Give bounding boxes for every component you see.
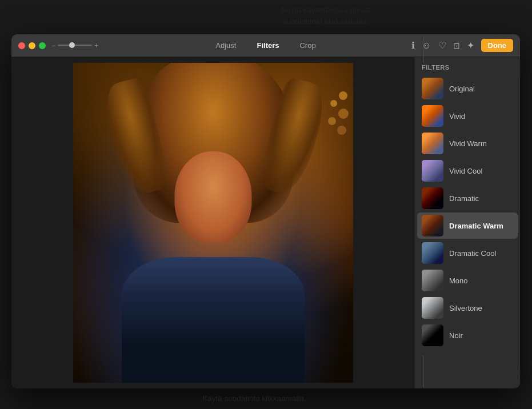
heart-icon[interactable]: ♡ [438,40,446,51]
filter-vivid-warm[interactable]: Vivid Warm [417,130,518,157]
filter-label-vivid: Vivid [449,112,465,121]
filter-label-dramatic-cool: Dramatic Cool [449,249,496,258]
tab-filters[interactable]: Filters [252,39,283,52]
filter-dramatic-warm[interactable]: Dramatic Warm [417,212,518,239]
zoom-track[interactable] [58,45,92,46]
filter-noir[interactable]: Noir [417,322,518,348]
filter-vivid-cool[interactable]: Vivid Cool [417,158,518,184]
close-button[interactable] [18,42,25,49]
emoji-icon[interactable]: ☺ [422,41,431,51]
annotation-bottom: Käytä suodatinta klikkaamalla. [177,393,331,404]
traffic-lights [18,42,46,49]
zoom-thumb [69,42,75,48]
tab-adjust[interactable]: Adjust [211,39,241,52]
filter-thumb-dramatic [422,187,443,209]
filter-label-dramatic: Dramatic [449,194,479,203]
photo-jacket [122,257,305,383]
bg-circle-1 [339,91,347,100]
filter-thumb-vivid [422,105,443,127]
toolbar-tabs: Adjust Filters Crop [211,39,320,52]
filter-dramatic[interactable]: Dramatic [417,185,518,211]
filter-vivid[interactable]: Vivid [417,103,518,129]
filter-silvertone[interactable]: Silvertone [417,295,518,321]
filter-label-mono: Mono [449,276,468,285]
filter-label-original: Original [449,85,475,93]
app-window: − + Adjust Filters Crop ℹ ☺ ♡ ⊡ ✦ Done [11,34,520,388]
filter-thumb-dramatic-cool [422,242,443,264]
info-icon[interactable]: ℹ [411,40,415,51]
magic-wand-icon[interactable]: ✦ [467,40,474,51]
photo-canvas [73,63,353,383]
filter-label-dramatic-warm: Dramatic Warm [449,222,503,230]
filter-label-vivid-warm: Vivid Warm [449,139,487,148]
photo-area [11,57,414,388]
filter-label-noir: Noir [449,331,463,340]
filters-panel: FILTERS Original Vivid Vivid Warm Vivid … [414,57,520,388]
filter-thumb-noir [422,324,443,346]
zoom-plus-icon[interactable]: + [94,42,98,50]
filter-thumb-mono [422,270,443,291]
bg-circle-2 [330,100,337,107]
filter-thumb-dramatic-warm [422,215,443,236]
annotation-top: Näytä käytettävissä olevat suodattimet k… [263,5,389,28]
fullscreen-button[interactable] [39,42,46,49]
tab-crop[interactable]: Crop [295,39,320,52]
bg-circle-3 [338,109,349,119]
filter-thumb-silvertone [422,297,443,319]
filter-thumb-vivid-cool [422,160,443,182]
toolbar-right: ℹ ☺ ♡ ⊡ ✦ Done [411,39,513,52]
zoom-minus-icon[interactable]: − [51,42,55,50]
bg-circle-5 [337,126,346,135]
filter-thumb-vivid-warm [422,133,443,154]
minimize-button[interactable] [29,42,35,49]
content-area: FILTERS Original Vivid Vivid Warm Vivid … [11,57,520,388]
zoom-slider[interactable]: − + [51,42,98,50]
filters-header: FILTERS [415,57,520,75]
filter-thumb-original [422,78,443,99]
filter-mono[interactable]: Mono [417,267,518,294]
filter-label-vivid-cool: Vivid Cool [449,167,482,175]
filter-dramatic-cool[interactable]: Dramatic Cool [417,240,518,266]
filter-original[interactable]: Original [417,75,518,102]
titlebar: − + Adjust Filters Crop ℹ ☺ ♡ ⊡ ✦ Done [11,34,520,57]
bg-circle-4 [328,117,336,125]
photo-face [174,151,251,243]
done-button[interactable]: Done [481,39,514,52]
filter-label-silvertone: Silvertone [449,304,482,312]
share-icon[interactable]: ⊡ [453,41,460,50]
